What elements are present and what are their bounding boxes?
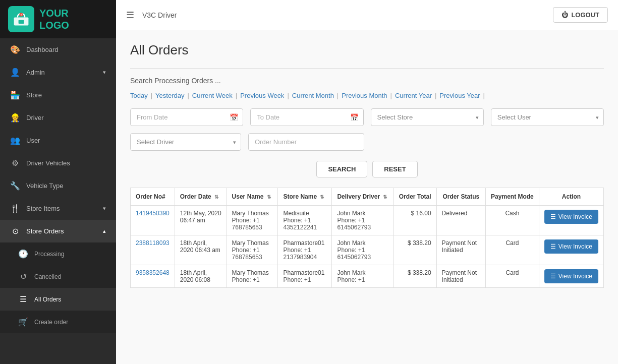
sidebar-item-label: Cancelled <box>34 273 61 280</box>
cell-user-name: Mary ThomasPhone: +1 768785653 <box>227 235 278 265</box>
menu-icon[interactable]: ☰ <box>126 10 134 21</box>
sidebar-item-driver-vehicles[interactable]: ⚙ Driver Vehicles <box>0 152 116 174</box>
cell-payment-mode: Cash <box>486 206 539 235</box>
to-date-input[interactable] <box>250 108 363 126</box>
sidebar-item-label: Store <box>26 91 42 99</box>
sidebar-item-all-orders[interactable]: ☰ All Orders <box>0 288 116 311</box>
content-area: All Orders Search Processing Orders ... … <box>116 30 618 364</box>
sidebar-item-vehicle-type[interactable]: 🔧 Vehicle Type <box>0 174 116 197</box>
sort-icon[interactable]: ⇅ <box>320 194 324 200</box>
search-section-label: Search Processing Orders ... <box>130 77 604 85</box>
to-date-field: 📅 <box>250 108 363 126</box>
filter-row-2: Select Driver ▾ <box>130 133 604 151</box>
sidebar-item-label: Vehicle Type <box>26 182 63 190</box>
filter-current-month[interactable]: Current Month <box>292 92 334 99</box>
filter-yesterday[interactable]: Yesterday <box>155 92 184 99</box>
sidebar-item-label: Driver <box>26 114 44 122</box>
driver-icon: 👷 <box>10 113 20 123</box>
sidebar-item-label: Dashboard <box>26 46 59 53</box>
page-title: All Orders <box>130 42 604 58</box>
invoice-icon: ☰ <box>550 273 556 280</box>
table-row: 2388118093 18th April, 2020 06:43 am Mar… <box>131 235 604 265</box>
cell-user-name: Mary ThomasPhone: +1 768785653 <box>227 206 278 235</box>
view-invoice-button[interactable]: ☰ View Invoice <box>544 210 598 224</box>
order-number-input[interactable] <box>248 133 364 151</box>
cell-payment-mode: Card <box>486 265 539 288</box>
search-button[interactable]: SEARCH <box>316 161 367 177</box>
processing-icon: 🕐 <box>18 249 28 259</box>
sidebar-item-create-order[interactable]: 🛒 Create order <box>0 311 116 333</box>
sort-icon[interactable]: ⇅ <box>214 194 218 200</box>
sidebar-item-processing[interactable]: 🕐 Processing <box>0 242 116 265</box>
sidebar-item-admin[interactable]: 👤 Admin ▾ <box>0 61 116 84</box>
logo-icon: + <box>8 6 34 32</box>
order-no-link[interactable]: 2388118093 <box>136 239 170 247</box>
sidebar-item-dashboard[interactable]: 🎨 Dashboard <box>0 38 116 61</box>
sidebar-item-label: All Orders <box>34 296 61 303</box>
col-payment-mode: Payment Mode <box>486 188 539 206</box>
view-invoice-button[interactable]: ☰ View Invoice <box>544 269 598 283</box>
order-number-field <box>248 133 364 151</box>
logout-button[interactable]: ⏻ LOGOUT <box>553 7 608 23</box>
filter-previous-year[interactable]: Previous Year <box>439 92 480 99</box>
sidebar-item-store-items[interactable]: 🍴 Store Items ▾ <box>0 197 116 220</box>
sidebar-item-user[interactable]: 👥 User <box>0 129 116 152</box>
cell-payment-mode: Card <box>486 235 539 265</box>
sidebar-item-store-orders[interactable]: ⊙ Store Orders ▴ <box>0 220 116 242</box>
cell-order-no: 2388118093 <box>131 235 175 265</box>
cell-store-name: Pharmastore01Phone: +1 2137983904 <box>278 235 332 265</box>
select-store-input[interactable]: Select Store <box>371 108 484 126</box>
order-no-link[interactable]: 9358352648 <box>136 269 170 276</box>
cell-order-no: 1419450390 <box>131 206 175 235</box>
filter-today[interactable]: Today <box>130 92 148 99</box>
col-store-name: Store Name ⇅ <box>278 188 332 206</box>
sidebar-item-driver[interactable]: 👷 Driver <box>0 106 116 129</box>
sidebar-item-label: Processing <box>34 251 64 258</box>
select-user-field: Select User ▾ <box>491 108 604 126</box>
chevron-down-icon: ▾ <box>103 69 106 76</box>
table-row: 9358352648 18th April, 2020 06:08 Mary T… <box>131 265 604 288</box>
from-date-input[interactable] <box>130 108 243 126</box>
invoice-icon: ☰ <box>550 213 556 220</box>
sidebar-item-store[interactable]: 🏪 Store <box>0 84 116 106</box>
cell-driver-name: John MarkPhone: +1 6145062793 <box>332 206 394 235</box>
cell-order-total: $ 338.20 <box>394 265 436 288</box>
table-row: 1419450390 12th May, 2020 06:47 am Mary … <box>131 206 604 235</box>
filter-previous-week[interactable]: Previous Week <box>240 92 284 99</box>
col-order-no: Order No# <box>131 188 175 206</box>
order-no-link[interactable]: 1419450390 <box>136 210 170 217</box>
sort-icon[interactable]: ⇅ <box>267 194 271 200</box>
logo-text: YOURLOGO <box>39 7 69 31</box>
user-icon: 👥 <box>10 136 20 145</box>
divider <box>130 68 604 69</box>
cell-order-total: $ 338.20 <box>394 235 436 265</box>
select-user-input[interactable]: Select User <box>491 108 604 126</box>
col-action: Action <box>539 188 603 206</box>
sidebar-item-cancelled[interactable]: ↺ Cancelled <box>0 265 116 288</box>
cell-store-name: MedisuitePhone: +1 4352122241 <box>278 206 332 235</box>
filter-current-week[interactable]: Current Week <box>192 92 233 99</box>
select-driver-input[interactable]: Select Driver <box>130 133 241 151</box>
chevron-down-icon: ▾ <box>103 205 106 212</box>
sidebar-item-label: Create order <box>34 319 68 326</box>
col-order-date: Order Date ⇅ <box>175 188 227 206</box>
cell-order-date: 12th May, 2020 06:47 am <box>175 206 227 235</box>
sidebar-item-label: Store Orders <box>26 227 64 235</box>
calendar-icon: 📅 <box>350 113 359 122</box>
cell-store-name: Pharmastore01Phone: +1 <box>278 265 332 288</box>
reset-button[interactable]: RESET <box>372 161 417 177</box>
topbar: ☰ V3C Driver ⏻ LOGOUT <box>116 0 618 30</box>
cell-order-no: 9358352648 <box>131 265 175 288</box>
col-order-status: Order Status <box>436 188 486 206</box>
filter-current-year[interactable]: Current Year <box>395 92 432 99</box>
search-actions: SEARCH RESET <box>130 161 604 177</box>
sidebar-item-label: User <box>26 137 40 144</box>
store-orders-icon: ⊙ <box>10 226 20 236</box>
orders-table: Order No# Order Date ⇅ User Name ⇅ Store… <box>130 188 604 288</box>
filter-previous-month[interactable]: Previous Month <box>342 92 387 99</box>
table-header-row: Order No# Order Date ⇅ User Name ⇅ Store… <box>131 188 604 206</box>
cell-action: ☰ View Invoice <box>539 206 603 235</box>
sort-icon[interactable]: ⇅ <box>383 194 387 200</box>
cell-action: ☰ View Invoice <box>539 235 603 265</box>
view-invoice-button[interactable]: ☰ View Invoice <box>544 239 598 254</box>
